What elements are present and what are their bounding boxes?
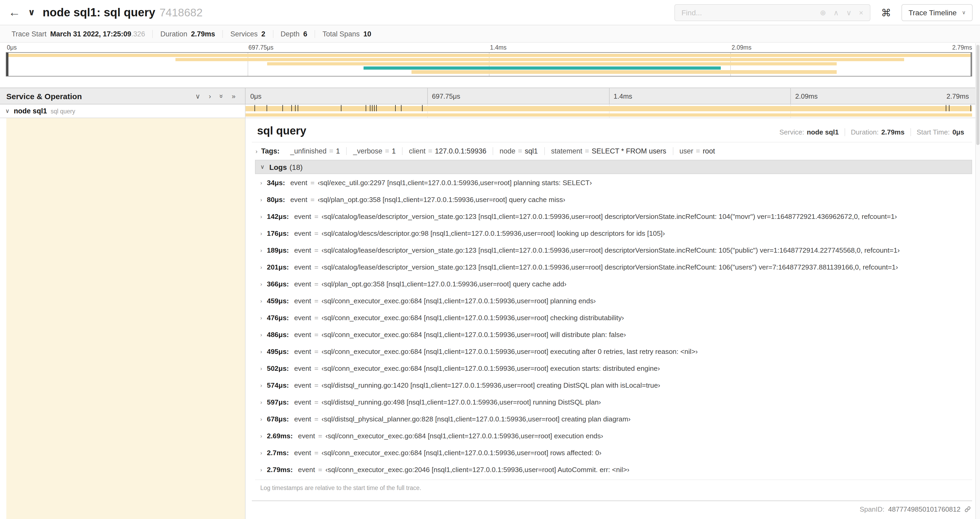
trace-view-selector-label: Trace Timeline bbox=[908, 8, 957, 17]
log-expand-icon[interactable]: › bbox=[260, 247, 262, 253]
log-timestamp: 189μs: bbox=[267, 246, 289, 254]
tags-expand-icon[interactable]: › bbox=[256, 148, 258, 154]
vertical-scrollbar[interactable] bbox=[975, 43, 980, 519]
log-event-tick bbox=[370, 105, 371, 111]
log-value: ‹sql/catalog/lease/descriptor_version_st… bbox=[322, 246, 900, 254]
scrollbar-thumb[interactable] bbox=[976, 45, 980, 145]
log-expand-icon[interactable]: › bbox=[260, 196, 262, 203]
log-entry[interactable]: › 34μs: event = ‹sql/exec_util.go:2297 [… bbox=[255, 174, 972, 191]
span-meta-value: 0μs bbox=[952, 128, 964, 136]
collapse-header-icon[interactable]: ∨ bbox=[28, 7, 35, 18]
tags-label[interactable]: Tags: bbox=[261, 147, 280, 155]
minimap-span-bar bbox=[364, 66, 721, 70]
span-operation-name: sql query bbox=[51, 108, 75, 114]
log-expand-icon[interactable]: › bbox=[260, 297, 262, 304]
span-row[interactable]: ∨ node sql1 sql query bbox=[0, 104, 980, 118]
find-zoom-icon[interactable]: ⊕ bbox=[816, 8, 830, 17]
log-expand-icon[interactable]: › bbox=[260, 179, 262, 186]
log-timestamp: 476μs: bbox=[267, 313, 289, 321]
log-expand-icon[interactable]: › bbox=[260, 399, 262, 405]
logs-header[interactable]: ∨ Logs (18) bbox=[255, 160, 972, 174]
find-clear-icon[interactable]: × bbox=[855, 8, 867, 17]
log-key: event bbox=[294, 364, 312, 372]
logs-section: ∨ Logs (18) › 34μs: event = ‹sql/exec_ut… bbox=[255, 160, 972, 492]
tags-row[interactable]: › Tags: _unfinished=1 _verbose=1 client=… bbox=[252, 142, 972, 160]
timeline-tick-label: 2.79ms bbox=[947, 92, 972, 100]
find-next-icon[interactable]: ∨ bbox=[843, 8, 855, 17]
log-entry[interactable]: › 189μs: event = ‹sql/catalog/lease/desc… bbox=[255, 241, 972, 259]
span-row-timeline[interactable] bbox=[245, 104, 972, 118]
log-entry[interactable]: › 142μs: event = ‹sql/catalog/lease/desc… bbox=[255, 208, 972, 225]
keyboard-shortcuts-button[interactable]: ⌘ bbox=[877, 6, 896, 18]
tag-item: user=root bbox=[673, 147, 721, 155]
log-value: ‹sql/catalog/descs/descriptor.go:98 [nsq… bbox=[322, 229, 665, 237]
log-key: event bbox=[294, 415, 312, 423]
log-entry[interactable]: › 2.7ms: event = ‹sql/conn_executor_exec… bbox=[255, 444, 972, 461]
log-expand-icon[interactable]: › bbox=[260, 348, 262, 355]
trace-summary-label: Depth bbox=[280, 30, 299, 38]
log-key: event bbox=[294, 297, 312, 305]
log-equals: = bbox=[314, 297, 318, 305]
log-entry[interactable]: › 366μs: event = ‹sql/plan_opt.go:358 [n… bbox=[255, 275, 972, 292]
span-collapse-icon[interactable]: ∨ bbox=[5, 108, 10, 115]
log-entry[interactable]: › 476μs: event = ‹sql/conn_executor_exec… bbox=[255, 309, 972, 326]
span-row-name-column[interactable]: ∨ node sql1 sql query bbox=[0, 104, 245, 118]
deep-link-icon[interactable] bbox=[964, 506, 971, 513]
log-expand-icon[interactable]: › bbox=[260, 230, 262, 236]
collapse-all-icon[interactable]: » bbox=[218, 94, 225, 98]
log-event-tick bbox=[374, 105, 375, 111]
logs-footnote: Log timestamps are relative to the start… bbox=[255, 479, 972, 492]
log-event-tick bbox=[949, 105, 950, 111]
log-expand-icon[interactable]: › bbox=[260, 416, 262, 422]
log-key: event bbox=[294, 347, 312, 355]
tag-item: _verbose=1 bbox=[346, 147, 402, 155]
log-event-tick bbox=[267, 105, 267, 111]
log-expand-icon[interactable]: › bbox=[260, 315, 262, 321]
log-event-tick bbox=[340, 105, 341, 111]
log-expand-icon[interactable]: › bbox=[260, 281, 262, 287]
log-expand-icon[interactable]: › bbox=[260, 449, 262, 456]
tag-item: statement=SELECT * FROM users bbox=[544, 147, 673, 155]
log-expand-icon[interactable]: › bbox=[260, 466, 262, 473]
tag-item: node=sql1 bbox=[493, 147, 544, 155]
log-expand-icon[interactable]: › bbox=[260, 382, 262, 388]
log-expand-icon[interactable]: › bbox=[260, 264, 262, 270]
log-expand-icon[interactable]: › bbox=[260, 365, 262, 371]
log-key: event bbox=[294, 280, 312, 288]
back-icon[interactable]: ← bbox=[8, 5, 21, 19]
log-value: ‹sql/conn_executor_exec.go:684 [nsql1,cl… bbox=[322, 364, 660, 372]
span-detail-meta: Service:node sql1 Duration:2.79ms Start … bbox=[773, 128, 970, 136]
trace-summary-item: Total Spans10 bbox=[315, 30, 379, 38]
find-input[interactable] bbox=[681, 8, 816, 17]
log-entry[interactable]: › 2.69ms: event = ‹sql/conn_executor_exe… bbox=[255, 427, 972, 444]
log-expand-icon[interactable]: › bbox=[260, 433, 262, 439]
minimap-canvas[interactable] bbox=[6, 52, 972, 77]
span-meta-item: Start Time:0μs bbox=[910, 128, 970, 136]
log-entry[interactable]: › 2.79ms: event = ‹sql/conn_executor_exe… bbox=[255, 461, 972, 478]
log-entry[interactable]: › 678μs: event = ‹sql/distsql_physical_p… bbox=[255, 410, 972, 427]
log-entry[interactable]: › 597μs: event = ‹sql/distsql_running.go… bbox=[255, 393, 972, 410]
trace-view-selector[interactable]: Trace Timeline ∨ bbox=[902, 4, 973, 21]
log-entry[interactable]: › 176μs: event = ‹sql/catalog/descs/desc… bbox=[255, 225, 972, 241]
log-entry[interactable]: › 495μs: event = ‹sql/conn_executor_exec… bbox=[255, 343, 972, 360]
log-entry[interactable]: › 459μs: event = ‹sql/conn_executor_exec… bbox=[255, 292, 972, 309]
tag-equals: = bbox=[425, 147, 435, 155]
find-prev-icon[interactable]: ∧ bbox=[830, 8, 843, 17]
expand-one-icon[interactable]: › bbox=[208, 93, 211, 99]
log-expand-icon[interactable]: › bbox=[260, 331, 262, 338]
minimap-left-scrubber[interactable] bbox=[6, 53, 8, 76]
log-timestamp: 366μs: bbox=[267, 280, 289, 288]
span-detail-wrap: sql query Service:node sql1 Duration:2.7… bbox=[252, 118, 972, 519]
log-entry[interactable]: › 201μs: event = ‹sql/catalog/lease/desc… bbox=[255, 259, 972, 275]
logs-collapse-icon[interactable]: ∨ bbox=[260, 163, 264, 170]
log-entry[interactable]: › 80μs: event = ‹sql/plan_opt.go:358 [ns… bbox=[255, 191, 972, 208]
collapse-one-icon[interactable]: ∨ bbox=[195, 93, 200, 99]
span-meta-value: node sql1 bbox=[807, 128, 838, 136]
tags-list: _unfinished=1 _verbose=1 client=127.0.0.… bbox=[284, 147, 721, 155]
log-entry[interactable]: › 502μs: event = ‹sql/conn_executor_exec… bbox=[255, 360, 972, 377]
log-entry[interactable]: › 486μs: event = ‹sql/conn_executor_exec… bbox=[255, 326, 972, 343]
log-expand-icon[interactable]: › bbox=[260, 213, 262, 219]
log-entry[interactable]: › 574μs: event = ‹sql/distsql_running.go… bbox=[255, 377, 972, 393]
expand-all-icon[interactable]: » bbox=[232, 93, 235, 99]
minimap-right-scrubber[interactable] bbox=[970, 53, 972, 76]
